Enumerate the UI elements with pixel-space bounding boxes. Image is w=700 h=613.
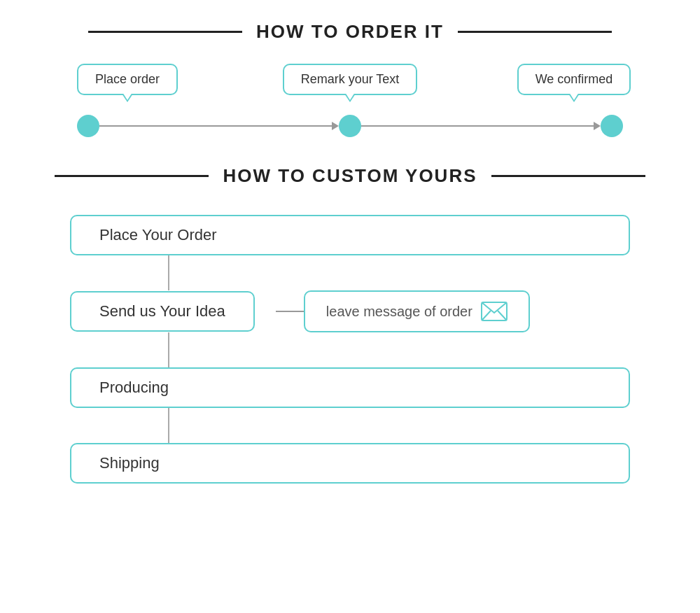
circle-2	[339, 115, 361, 137]
custom-step3-box: Producing	[70, 367, 630, 408]
step3-bubble: We confirmed	[517, 64, 631, 95]
shipping-wrapper: Shipping	[70, 443, 630, 484]
circle-1	[77, 115, 99, 137]
producing-wrapper: Producing	[70, 367, 630, 408]
arrow-head-2	[594, 122, 601, 130]
custom-line-right	[491, 175, 645, 177]
step3-wrapper: We confirmed	[490, 64, 644, 109]
arrow-1	[99, 122, 339, 130]
vline-3	[168, 408, 169, 443]
vline-1	[168, 255, 169, 290]
step2-bubble: Remark your Text	[283, 64, 418, 95]
step2-wrapper: Remark your Text	[266, 64, 434, 109]
message-connector: leave message of order	[276, 290, 530, 332]
custom-header: HOW TO CUSTOM YOURS	[28, 165, 672, 187]
custom-step1-box: Place Your Order	[70, 215, 630, 255]
page-container: HOW TO ORDER IT Place order Remark your …	[0, 0, 700, 512]
arrow-line-2	[361, 125, 594, 127]
circle-3	[601, 115, 623, 137]
message-box: leave message of order	[304, 290, 530, 332]
custom-step2-box: Send us Your Idea	[70, 291, 255, 332]
header-line-right	[458, 31, 612, 33]
arrow-2	[361, 122, 601, 130]
arrow-line-1	[99, 125, 332, 127]
custom-step4-box: Shipping	[70, 443, 630, 484]
h-line	[276, 311, 304, 312]
header-line-left	[88, 31, 242, 33]
order-header: HOW TO ORDER IT	[28, 21, 672, 43]
custom-title: HOW TO CUSTOM YOURS	[223, 165, 477, 187]
mail-icon	[481, 302, 507, 321]
order-title: HOW TO ORDER IT	[256, 21, 444, 43]
step1-wrapper: Place order	[56, 64, 210, 109]
arrow-head-1	[332, 122, 339, 130]
custom-section: HOW TO CUSTOM YOURS Place Your Order Sen…	[28, 165, 672, 491]
send-idea-row: Send us Your Idea leave message of order	[70, 290, 630, 332]
order-section: HOW TO ORDER IT Place order Remark your …	[28, 21, 672, 137]
step1-bubble: Place order	[77, 64, 178, 95]
custom-line-left	[55, 175, 209, 177]
vline-2	[168, 332, 169, 367]
